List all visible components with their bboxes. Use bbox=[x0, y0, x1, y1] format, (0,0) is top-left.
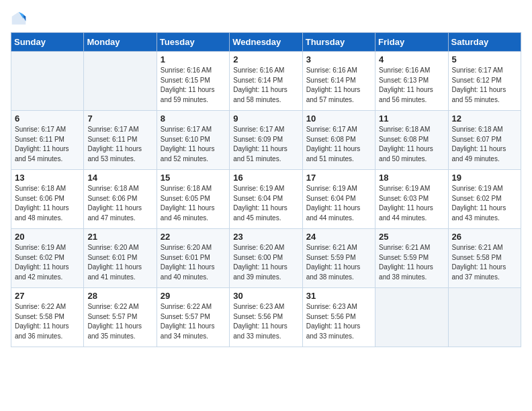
day-number: 24 bbox=[306, 232, 371, 242]
weekday-header-row: SundayMondayTuesdayWednesdayThursdayFrid… bbox=[11, 33, 521, 52]
cell-content: Sunrise: 6:22 AMSunset: 5:57 PMDaylight:… bbox=[87, 302, 152, 341]
calendar-table: SundayMondayTuesdayWednesdayThursdayFrid… bbox=[11, 32, 521, 347]
day-number: 15 bbox=[161, 173, 226, 183]
day-number: 30 bbox=[233, 291, 298, 301]
calendar-cell: 4Sunrise: 6:16 AMSunset: 6:13 PMDaylight… bbox=[375, 52, 448, 111]
calendar-cell: 1Sunrise: 6:16 AMSunset: 6:15 PMDaylight… bbox=[157, 52, 229, 111]
day-number: 2 bbox=[233, 54, 298, 64]
calendar-cell: 24Sunrise: 6:21 AMSunset: 5:59 PMDayligh… bbox=[302, 229, 375, 288]
calendar-cell: 23Sunrise: 6:20 AMSunset: 6:00 PMDayligh… bbox=[230, 229, 302, 288]
cell-content: Sunrise: 6:16 AMSunset: 6:14 PMDaylight:… bbox=[306, 66, 371, 105]
weekday-header-friday: Friday bbox=[375, 33, 448, 52]
cell-content: Sunrise: 6:19 AMSunset: 6:02 PMDaylight:… bbox=[15, 243, 80, 282]
cell-content: Sunrise: 6:17 AMSunset: 6:10 PMDaylight:… bbox=[161, 125, 226, 164]
day-number: 22 bbox=[161, 232, 226, 242]
calendar-cell: 11Sunrise: 6:18 AMSunset: 6:08 PMDayligh… bbox=[375, 111, 448, 170]
calendar-week-3: 13Sunrise: 6:18 AMSunset: 6:06 PMDayligh… bbox=[11, 170, 521, 229]
day-number: 27 bbox=[15, 291, 80, 301]
calendar-cell: 14Sunrise: 6:18 AMSunset: 6:06 PMDayligh… bbox=[84, 170, 157, 229]
cell-content: Sunrise: 6:20 AMSunset: 6:01 PMDaylight:… bbox=[161, 243, 226, 282]
logo-icon bbox=[11, 11, 27, 27]
weekday-header-thursday: Thursday bbox=[302, 33, 375, 52]
cell-content: Sunrise: 6:19 AMSunset: 6:03 PMDaylight:… bbox=[379, 184, 444, 223]
calendar-cell: 25Sunrise: 6:21 AMSunset: 5:59 PMDayligh… bbox=[375, 229, 448, 288]
cell-content: Sunrise: 6:22 AMSunset: 5:58 PMDaylight:… bbox=[15, 302, 80, 341]
day-number: 3 bbox=[306, 54, 371, 64]
calendar-cell bbox=[11, 52, 84, 111]
day-number: 21 bbox=[87, 232, 152, 242]
calendar-cell: 29Sunrise: 6:22 AMSunset: 5:57 PMDayligh… bbox=[157, 288, 229, 347]
calendar-week-4: 20Sunrise: 6:19 AMSunset: 6:02 PMDayligh… bbox=[11, 229, 521, 288]
cell-content: Sunrise: 6:17 AMSunset: 6:12 PMDaylight:… bbox=[452, 66, 517, 105]
day-number: 19 bbox=[452, 173, 517, 183]
day-number: 1 bbox=[161, 54, 226, 64]
cell-content: Sunrise: 6:23 AMSunset: 5:56 PMDaylight:… bbox=[306, 302, 371, 341]
cell-content: Sunrise: 6:19 AMSunset: 6:02 PMDaylight:… bbox=[452, 184, 517, 223]
day-number: 26 bbox=[452, 232, 517, 242]
calendar-cell: 3Sunrise: 6:16 AMSunset: 6:14 PMDaylight… bbox=[302, 52, 375, 111]
calendar-cell: 7Sunrise: 6:17 AMSunset: 6:11 PMDaylight… bbox=[84, 111, 157, 170]
calendar-cell: 9Sunrise: 6:17 AMSunset: 6:09 PMDaylight… bbox=[230, 111, 302, 170]
weekday-header-sunday: Sunday bbox=[11, 33, 84, 52]
day-number: 6 bbox=[15, 113, 80, 124]
calendar-cell: 13Sunrise: 6:18 AMSunset: 6:06 PMDayligh… bbox=[11, 170, 84, 229]
calendar-week-5: 27Sunrise: 6:22 AMSunset: 5:58 PMDayligh… bbox=[11, 288, 521, 347]
logo bbox=[11, 11, 30, 27]
cell-content: Sunrise: 6:18 AMSunset: 6:06 PMDaylight:… bbox=[15, 184, 80, 223]
cell-content: Sunrise: 6:17 AMSunset: 6:08 PMDaylight:… bbox=[306, 125, 371, 164]
cell-content: Sunrise: 6:18 AMSunset: 6:07 PMDaylight:… bbox=[452, 125, 517, 164]
day-number: 8 bbox=[161, 113, 226, 124]
calendar-cell: 28Sunrise: 6:22 AMSunset: 5:57 PMDayligh… bbox=[84, 288, 157, 347]
day-number: 5 bbox=[452, 54, 517, 64]
cell-content: Sunrise: 6:17 AMSunset: 6:11 PMDaylight:… bbox=[87, 125, 152, 164]
cell-content: Sunrise: 6:18 AMSunset: 6:06 PMDaylight:… bbox=[87, 184, 152, 223]
day-number: 25 bbox=[379, 232, 444, 242]
day-number: 28 bbox=[87, 291, 152, 301]
cell-content: Sunrise: 6:17 AMSunset: 6:09 PMDaylight:… bbox=[233, 125, 298, 164]
day-number: 10 bbox=[306, 113, 371, 124]
day-number: 13 bbox=[15, 173, 80, 183]
calendar-cell bbox=[375, 288, 448, 347]
day-number: 29 bbox=[161, 291, 226, 301]
calendar-cell: 21Sunrise: 6:20 AMSunset: 6:01 PMDayligh… bbox=[84, 229, 157, 288]
calendar-cell bbox=[84, 52, 157, 111]
calendar-cell: 12Sunrise: 6:18 AMSunset: 6:07 PMDayligh… bbox=[448, 111, 521, 170]
day-number: 7 bbox=[87, 113, 152, 124]
calendar-cell: 5Sunrise: 6:17 AMSunset: 6:12 PMDaylight… bbox=[448, 52, 521, 111]
cell-content: Sunrise: 6:16 AMSunset: 6:14 PMDaylight:… bbox=[233, 66, 298, 105]
calendar-cell: 18Sunrise: 6:19 AMSunset: 6:03 PMDayligh… bbox=[375, 170, 448, 229]
day-number: 16 bbox=[233, 173, 298, 183]
weekday-header-tuesday: Tuesday bbox=[157, 33, 229, 52]
calendar-cell: 6Sunrise: 6:17 AMSunset: 6:11 PMDaylight… bbox=[11, 111, 84, 170]
calendar-cell: 27Sunrise: 6:22 AMSunset: 5:58 PMDayligh… bbox=[11, 288, 84, 347]
cell-content: Sunrise: 6:17 AMSunset: 6:11 PMDaylight:… bbox=[15, 125, 80, 164]
day-number: 17 bbox=[306, 173, 371, 183]
calendar-cell: 19Sunrise: 6:19 AMSunset: 6:02 PMDayligh… bbox=[448, 170, 521, 229]
calendar-cell: 2Sunrise: 6:16 AMSunset: 6:14 PMDaylight… bbox=[230, 52, 302, 111]
cell-content: Sunrise: 6:20 AMSunset: 6:00 PMDaylight:… bbox=[233, 243, 298, 282]
cell-content: Sunrise: 6:21 AMSunset: 5:59 PMDaylight:… bbox=[306, 243, 371, 282]
cell-content: Sunrise: 6:16 AMSunset: 6:13 PMDaylight:… bbox=[379, 66, 444, 105]
cell-content: Sunrise: 6:18 AMSunset: 6:08 PMDaylight:… bbox=[379, 125, 444, 164]
cell-content: Sunrise: 6:16 AMSunset: 6:15 PMDaylight:… bbox=[161, 66, 226, 105]
cell-content: Sunrise: 6:19 AMSunset: 6:04 PMDaylight:… bbox=[306, 184, 371, 223]
calendar-cell: 31Sunrise: 6:23 AMSunset: 5:56 PMDayligh… bbox=[302, 288, 375, 347]
svg-marker-0 bbox=[12, 12, 26, 25]
calendar-cell: 20Sunrise: 6:19 AMSunset: 6:02 PMDayligh… bbox=[11, 229, 84, 288]
day-number: 18 bbox=[379, 173, 444, 183]
cell-content: Sunrise: 6:21 AMSunset: 5:58 PMDaylight:… bbox=[452, 243, 517, 282]
calendar-cell: 22Sunrise: 6:20 AMSunset: 6:01 PMDayligh… bbox=[157, 229, 229, 288]
calendar-cell: 17Sunrise: 6:19 AMSunset: 6:04 PMDayligh… bbox=[302, 170, 375, 229]
page-header bbox=[11, 11, 521, 27]
day-number: 14 bbox=[87, 173, 152, 183]
calendar-cell: 10Sunrise: 6:17 AMSunset: 6:08 PMDayligh… bbox=[302, 111, 375, 170]
day-number: 4 bbox=[379, 54, 444, 64]
calendar-week-1: 1Sunrise: 6:16 AMSunset: 6:15 PMDaylight… bbox=[11, 52, 521, 111]
calendar-cell: 26Sunrise: 6:21 AMSunset: 5:58 PMDayligh… bbox=[448, 229, 521, 288]
cell-content: Sunrise: 6:19 AMSunset: 6:04 PMDaylight:… bbox=[233, 184, 298, 223]
calendar-week-2: 6Sunrise: 6:17 AMSunset: 6:11 PMDaylight… bbox=[11, 111, 521, 170]
weekday-header-monday: Monday bbox=[84, 33, 157, 52]
cell-content: Sunrise: 6:18 AMSunset: 6:05 PMDaylight:… bbox=[161, 184, 226, 223]
cell-content: Sunrise: 6:23 AMSunset: 5:56 PMDaylight:… bbox=[233, 302, 298, 341]
calendar-cell: 16Sunrise: 6:19 AMSunset: 6:04 PMDayligh… bbox=[230, 170, 302, 229]
